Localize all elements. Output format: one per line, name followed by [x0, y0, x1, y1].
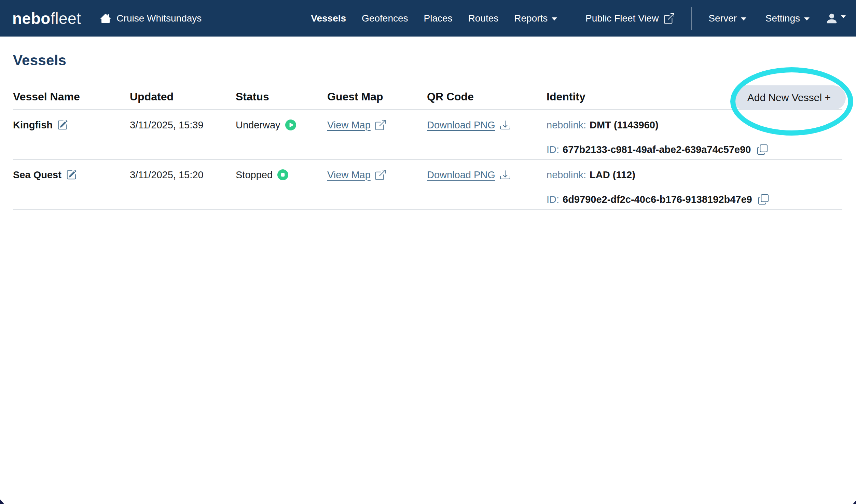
org-home-link[interactable]: Cruise Whitsundays [100, 13, 202, 24]
nav-item-vessels[interactable]: Vessels [311, 13, 346, 24]
user-account-menu[interactable] [825, 12, 846, 25]
page-title: Vessels [13, 52, 842, 69]
vessel-id-value: 677b2133-c981-49af-abe2-639a74c57e90 [563, 143, 751, 156]
table-row: Kingfish 3/11/2025, 15:39 Underway View … [13, 110, 842, 160]
updated-cell: 3/11/2025, 15:20 [130, 169, 236, 181]
status-label: Stopped [236, 169, 273, 181]
identity-cell: nebolink: LAD (112) ID: 6d9790e2-df2c-40… [547, 169, 842, 206]
screen-corner-artifact [0, 499, 4, 504]
col-header-updated: Updated [130, 90, 236, 103]
download-png-label: Download PNG [427, 119, 495, 131]
add-new-vessel-button[interactable]: Add New Vessel + [732, 85, 846, 110]
nav-item-geofences-label: Geofences [362, 13, 408, 24]
settings-menu[interactable]: Settings [765, 13, 810, 24]
view-map-label: View Map [327, 169, 371, 181]
home-icon [100, 13, 111, 24]
status-underway-icon [285, 120, 296, 130]
table-header-row: Vessel Name Updated Status Guest Map QR … [13, 87, 842, 110]
table-row: Sea Quest 3/11/2025, 15:20 Stopped View … [13, 160, 842, 210]
chevron-down-icon [552, 17, 557, 20]
vessel-name-cell: Kingfish [13, 119, 130, 131]
nav-item-reports[interactable]: Reports [514, 13, 557, 24]
updated-cell: 3/11/2025, 15:39 [130, 119, 236, 131]
col-header-vessel-name: Vessel Name [13, 90, 130, 103]
view-map-label: View Map [327, 119, 371, 131]
col-header-status: Status [236, 90, 327, 103]
copy-icon [757, 144, 768, 155]
copy-id-button[interactable] [757, 144, 768, 155]
pencil-square-icon [57, 120, 68, 130]
download-icon [500, 120, 510, 130]
nebolink-value: DMT (1143960) [590, 119, 659, 131]
navbar-right-cluster: Public Fleet View Server Settings [585, 7, 846, 30]
download-icon [500, 170, 510, 180]
server-menu-label: Server [708, 13, 736, 24]
vessel-id-label: ID: [547, 193, 559, 206]
server-menu[interactable]: Server [708, 13, 746, 24]
identity-cell: nebolink: DMT (1143960) ID: 677b2133-c98… [547, 119, 842, 156]
primary-nav: Vessels Geofences Places Routes Reports [311, 13, 557, 24]
vessel-name: Sea Quest [13, 169, 61, 181]
chevron-down-icon [841, 15, 846, 18]
screen-corner-artifact [853, 501, 856, 504]
guest-map-cell: View Map [327, 169, 427, 181]
nebolink-label: nebolink: [547, 119, 586, 131]
vessel-name: Kingfish [13, 119, 53, 131]
status-cell: Underway [236, 119, 327, 131]
pencil-square-icon [66, 170, 77, 180]
brand-logo[interactable]: nebofleet [12, 9, 81, 28]
public-fleet-view-label: Public Fleet View [585, 13, 659, 24]
nav-item-geofences[interactable]: Geofences [362, 13, 408, 24]
nebolink-line: nebolink: LAD (112) [547, 169, 635, 181]
external-link-icon [664, 13, 674, 24]
public-fleet-view-link[interactable]: Public Fleet View [585, 13, 674, 24]
nav-item-vessels-label: Vessels [311, 13, 346, 24]
download-png-link[interactable]: Download PNG [427, 169, 510, 181]
settings-menu-label: Settings [765, 13, 800, 24]
copy-icon [758, 194, 769, 205]
nav-item-places[interactable]: Places [424, 13, 453, 24]
status-label: Underway [236, 119, 280, 131]
chevron-down-icon [804, 17, 810, 20]
status-stopped-icon [277, 169, 288, 180]
top-navbar: nebofleet Cruise Whitsundays Vessels Geo… [0, 0, 856, 37]
download-png-label: Download PNG [427, 169, 495, 181]
nebolink-line: nebolink: DMT (1143960) [547, 119, 659, 131]
nav-item-routes-label: Routes [468, 13, 499, 24]
chevron-down-icon [741, 17, 746, 20]
org-name: Cruise Whitsundays [116, 13, 202, 24]
vessel-id-value: 6d9790e2-df2c-40c6-b176-9138192b47e9 [563, 193, 752, 206]
nebolink-label: nebolink: [547, 169, 586, 181]
nav-item-routes[interactable]: Routes [468, 13, 499, 24]
view-map-link[interactable]: View Map [327, 119, 386, 131]
qr-code-cell: Download PNG [427, 169, 547, 181]
vessel-id-line: ID: 6d9790e2-df2c-40c6-b176-9138192b47e9 [547, 193, 769, 206]
brand-logo-bold: nebo [12, 10, 51, 27]
main-content: Vessels Add New Vessel + Vessel Name Upd… [0, 37, 856, 210]
vessel-id-label: ID: [547, 143, 559, 156]
person-icon [825, 12, 838, 25]
view-map-link[interactable]: View Map [327, 169, 386, 181]
external-link-icon [375, 120, 386, 130]
nebolink-value: LAD (112) [590, 169, 635, 181]
vessel-name-cell: Sea Quest [13, 169, 130, 181]
vessel-id-line: ID: 677b2133-c981-49af-abe2-639a74c57e90 [547, 143, 768, 156]
nav-item-places-label: Places [424, 13, 453, 24]
brand-logo-light: fleet [51, 10, 81, 27]
guest-map-cell: View Map [327, 119, 427, 131]
edit-vessel-button[interactable] [66, 170, 77, 180]
qr-code-cell: Download PNG [427, 119, 547, 131]
download-png-link[interactable]: Download PNG [427, 119, 510, 131]
vessels-table: Vessel Name Updated Status Guest Map QR … [13, 87, 842, 210]
edit-vessel-button[interactable] [57, 120, 68, 130]
col-header-qr-code: QR Code [427, 90, 547, 103]
external-link-icon [375, 170, 386, 180]
copy-id-button[interactable] [758, 194, 769, 205]
status-cell: Stopped [236, 169, 327, 181]
navbar-divider [691, 7, 692, 30]
col-header-guest-map: Guest Map [327, 90, 427, 103]
nav-item-reports-label: Reports [514, 13, 548, 24]
